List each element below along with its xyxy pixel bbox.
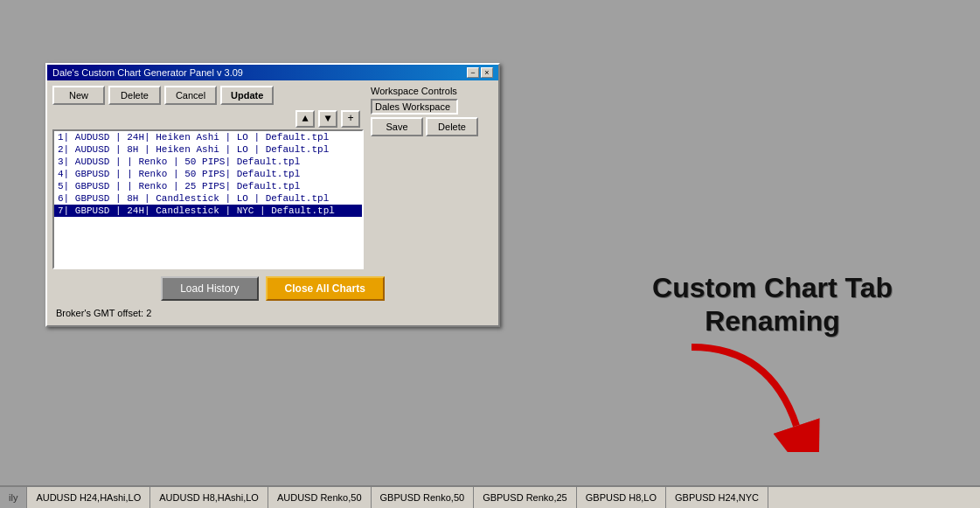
move-down-button[interactable]: ▼ [318, 110, 337, 128]
list-item[interactable]: 3| AUDUSD | | Renko | 50 PIPS| Default.t… [54, 156, 362, 168]
tab-bar: ilyAUDUSD H24,HAshi,LOAUDUSD H8,HAshi,LO… [0, 485, 980, 508]
close-button[interactable]: × [481, 67, 493, 78]
close-charts-button[interactable]: Close All Charts [266, 276, 385, 301]
add-button[interactable]: + [341, 110, 360, 128]
tab-item[interactable]: GBPUSD Renko,25 [474, 487, 577, 508]
move-up-button[interactable]: ▲ [295, 110, 315, 128]
new-button[interactable]: New [52, 86, 105, 105]
tab-item[interactable]: AUDUSD H24,HAshi,LO [27, 487, 150, 508]
gmt-offset-label: Broker's GMT offset: 2 [52, 306, 493, 320]
cancel-button[interactable]: Cancel [164, 86, 217, 105]
list-item[interactable]: 6| GBPUSD | 8H | Candlestick | LO | Defa… [54, 192, 362, 205]
list-item[interactable]: 1| AUDUSD | 24H| Heiken Ashi | LO | Defa… [54, 131, 362, 143]
workspace-row: Dales Workspace [371, 99, 493, 115]
chart-list[interactable]: 1| AUDUSD | 24H| Heiken Ashi | LO | Defa… [52, 129, 364, 269]
dialog-right: Workspace Controls Dales Workspace Save … [371, 86, 493, 136]
tab-item[interactable]: GBPUSD Renko,50 [372, 487, 475, 508]
workspace-delete-button[interactable]: Delete [426, 117, 478, 136]
delete-button[interactable]: Delete [108, 86, 161, 105]
bottom-buttons-row: Load History Close All Charts [52, 276, 493, 301]
annotation-line2: Renaming [652, 304, 893, 338]
list-item[interactable]: 2| AUDUSD | 8H | Heiken Ashi | LO | Defa… [54, 143, 362, 156]
workspace-save-button[interactable]: Save [371, 117, 423, 136]
title-bar: Dale's Custom Chart Generator Panel v 3.… [47, 65, 498, 80]
tab-item[interactable]: AUDUSD H8,HAshi,LO [150, 487, 268, 508]
red-arrow-indicator [665, 338, 823, 456]
title-bar-buttons: − × [467, 67, 493, 78]
list-item[interactable]: 5| GBPUSD | | Renko | 25 PIPS| Default.t… [54, 180, 362, 192]
update-button[interactable]: Update [220, 86, 274, 105]
tab-item[interactable]: GBPUSD H24,NYC [666, 487, 768, 508]
minimize-button[interactable]: − [467, 67, 479, 78]
dialog-title: Dale's Custom Chart Generator Panel v 3.… [52, 67, 243, 78]
annotation-text: Custom Chart Tab Renaming [652, 271, 893, 338]
workspace-label: Workspace Controls [371, 86, 493, 96]
list-item[interactable]: 4| GBPUSD | | Renko | 50 PIPS| Default.t… [54, 168, 362, 180]
workspace-dropdown[interactable]: Dales Workspace [371, 99, 458, 115]
dialog-content: New Delete Cancel Update ▲ ▼ + 1| AUDUSD… [47, 80, 498, 325]
tab-item[interactable]: AUDUSD Renko,50 [268, 487, 372, 508]
tab-item[interactable]: ily [0, 487, 27, 508]
dialog-panel: Dale's Custom Chart Generator Panel v 3.… [45, 63, 500, 327]
tab-item[interactable]: GBPUSD H8,LO [577, 487, 666, 508]
top-buttons-row: New Delete Cancel Update [52, 86, 364, 105]
arrow-row: ▲ ▼ + [52, 110, 364, 128]
list-item[interactable]: 7| GBPUSD | 24H| Candlestick | NYC | Def… [54, 205, 362, 217]
annotation-line1: Custom Chart Tab [652, 271, 893, 304]
dialog-left: New Delete Cancel Update ▲ ▼ + 1| AUDUSD… [52, 86, 364, 276]
load-history-button[interactable]: Load History [161, 276, 258, 301]
workspace-action-buttons: Save Delete [371, 117, 493, 136]
